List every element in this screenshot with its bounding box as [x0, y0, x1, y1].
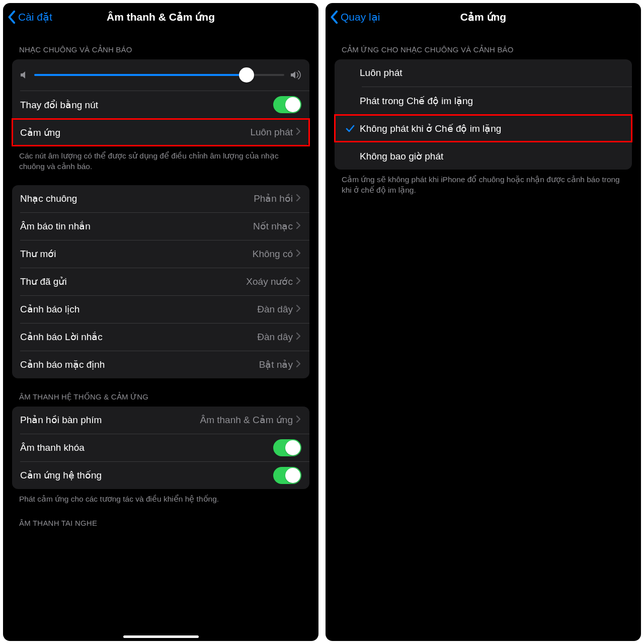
chevron-right-icon: [296, 415, 301, 425]
row-label: Âm thanh khóa: [20, 442, 273, 453]
row-label: Cảnh báo lịch: [20, 303, 257, 315]
section-header-system: ÂM THANH HỆ THỐNG & CẢM ỨNG: [12, 378, 309, 407]
navbar: Cài đặt Âm thanh & Cảm ứng: [3, 3, 318, 31]
group-sounds: Nhạc chuôngPhản hồiÂm báo tin nhắnNốt nh…: [12, 185, 309, 378]
row-value: Âm thanh & Cảm ứng: [200, 414, 293, 426]
row-value: Nốt nhạc: [253, 220, 293, 232]
group-system: Phản hồi bàn phím Âm thanh & Cảm ứng Âm …: [12, 407, 309, 489]
option-label: Phát trong Chế độ im lặng: [360, 95, 624, 107]
volume-slider-row[interactable]: [12, 59, 309, 91]
row-label: Thư mới: [20, 248, 253, 260]
back-label: Cài đặt: [18, 11, 52, 23]
row-sound[interactable]: Cảnh báo Lời nhắcĐàn dây: [12, 324, 309, 351]
back-button[interactable]: Quay lại: [330, 10, 380, 24]
section-footer-options: Cảm ứng sẽ không phát khi iPhone đổ chuô…: [335, 170, 632, 196]
haptic-option[interactable]: Không bao giờ phát: [335, 142, 632, 170]
row-value: Phản hồi: [254, 193, 293, 204]
row-value: Bật nảy: [259, 359, 293, 370]
section-footer-system: Phát cảm ứng cho các tương tác và điều k…: [12, 489, 309, 505]
chevron-right-icon: [296, 127, 301, 137]
option-label: Luôn phát: [360, 67, 624, 78]
row-label: Nhạc chuông: [20, 193, 254, 204]
row-label: Thay đổi bằng nút: [20, 99, 273, 111]
back-label: Quay lại: [341, 11, 380, 23]
row-haptics[interactable]: Cảm ứng Luôn phát: [12, 119, 309, 146]
row-sound[interactable]: Thư mớiKhông có: [12, 240, 309, 268]
content: NHẠC CHUÔNG VÀ CẢNH BÁO Thay đổi bằn: [3, 31, 318, 537]
row-sound[interactable]: Âm báo tin nhắnNốt nhạc: [12, 213, 309, 240]
row-sound[interactable]: Nhạc chuôngPhản hồi: [12, 185, 309, 212]
row-sound[interactable]: Cảnh báo lịchĐàn dây: [12, 296, 309, 323]
row-lock-sound[interactable]: Âm thanh khóa: [12, 434, 309, 461]
row-label: Cảnh báo Lời nhắc: [20, 331, 257, 343]
group-haptic-options: Luôn phátPhát trong Chế độ im lặngKhông …: [335, 59, 632, 170]
chevron-right-icon: [296, 304, 301, 314]
screen-haptics-detail: Quay lại Cảm ứng CẢM ỨNG CHO NHẠC CHUÔNG…: [326, 3, 641, 641]
row-change-with-buttons[interactable]: Thay đổi bằng nút: [12, 91, 309, 118]
back-button[interactable]: Cài đặt: [7, 10, 52, 24]
volume-high-icon: [290, 70, 301, 79]
row-sound[interactable]: Thư đã gửiXoáy nước: [12, 268, 309, 295]
screen-sounds-haptics: Cài đặt Âm thanh & Cảm ứng NHẠC CHUÔNG V…: [3, 3, 318, 641]
haptic-option[interactable]: Không phát khi ở Chế độ im lặng: [335, 115, 632, 142]
row-label: Cảnh báo mặc định: [20, 359, 259, 370]
section-header-headphone: ÂM THANH TAI NGHE: [12, 505, 309, 527]
row-system-haptics[interactable]: Cảm ứng hệ thống: [12, 462, 309, 489]
row-value: Đàn dây: [257, 304, 293, 315]
option-label: Không phát khi ở Chế độ im lặng: [360, 123, 624, 134]
section-header-options: CẢM ỨNG CHO NHẠC CHUÔNG VÀ CẢNH BÁO: [335, 31, 632, 59]
chevron-right-icon: [296, 277, 301, 287]
section-header-ringer: NHẠC CHUÔNG VÀ CẢNH BÁO: [12, 31, 309, 59]
group-ringer: Thay đổi bằng nút Cảm ứng Luôn phát: [12, 59, 309, 146]
row-value: Luôn phát: [250, 127, 293, 138]
chevron-right-icon: [296, 221, 301, 231]
switch-system-haptics[interactable]: [273, 467, 301, 484]
switch-change-with-buttons[interactable]: [273, 96, 301, 113]
row-label: Phản hồi bàn phím: [20, 414, 200, 426]
volume-low-icon: [20, 70, 28, 79]
row-label: Cảm ứng hệ thống: [20, 469, 273, 481]
row-label: Thư đã gửi: [20, 276, 246, 287]
content: CẢM ỨNG CHO NHẠC CHUÔNG VÀ CẢNH BÁO Luôn…: [326, 31, 641, 206]
row-value: Không có: [253, 249, 293, 260]
chevron-right-icon: [296, 249, 301, 259]
haptic-option[interactable]: Phát trong Chế độ im lặng: [335, 87, 632, 114]
row-label: Cảm ứng: [20, 127, 250, 138]
volume-slider[interactable]: [34, 67, 284, 83]
option-label: Không bao giờ phát: [360, 150, 624, 162]
chevron-right-icon: [296, 332, 301, 342]
row-value: Xoáy nước: [246, 276, 293, 287]
row-keyboard-feedback[interactable]: Phản hồi bàn phím Âm thanh & Cảm ứng: [12, 407, 309, 434]
chevron-left-icon: [7, 10, 17, 24]
navbar: Quay lại Cảm ứng: [326, 3, 641, 31]
slider-thumb[interactable]: [239, 67, 254, 83]
switch-lock-sound[interactable]: [273, 439, 301, 456]
section-footer-ringer: Các nút âm lượng có thể được sử dụng để …: [12, 146, 309, 172]
checkmark-icon: [341, 123, 360, 133]
chevron-right-icon: [296, 360, 301, 370]
haptic-option[interactable]: Luôn phát: [335, 59, 632, 87]
row-label: Âm báo tin nhắn: [20, 220, 253, 232]
row-value: Đàn dây: [257, 332, 293, 343]
row-sound[interactable]: Cảnh báo mặc địnhBật nảy: [12, 351, 309, 378]
chevron-left-icon: [330, 10, 340, 24]
home-indicator[interactable]: [123, 635, 199, 638]
chevron-right-icon: [296, 194, 301, 204]
